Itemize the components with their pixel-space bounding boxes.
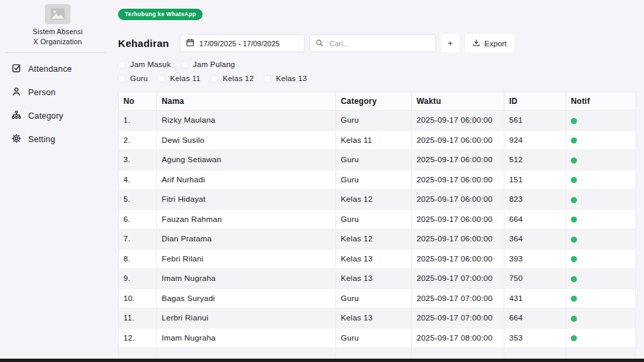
add-button[interactable]: + (441, 34, 460, 52)
filter-option[interactable]: Kelas 12 (211, 74, 254, 82)
filter-option[interactable]: Guru (118, 74, 148, 82)
sidebar-item-label: Person (28, 88, 56, 97)
cell-notif (566, 269, 636, 289)
column-header-id: ID (504, 93, 566, 111)
cell-waktu: 2025-09-17 07:00:00 (412, 308, 504, 328)
cell-notif (566, 130, 636, 150)
filters: Jam Masuk Jam Pulang Guru Kelas 11 (118, 60, 636, 83)
cell-notif (566, 288, 636, 308)
column-header-nama: Nama (157, 93, 336, 111)
notif-dot (571, 217, 577, 223)
cell-id: 393 (504, 249, 566, 269)
cell-notif (566, 308, 636, 328)
sidebar-item-person[interactable]: Person (0, 80, 115, 104)
cell-waktu: 2025-09-17 06:00:00 (412, 190, 504, 210)
cell-nama: Imam Nugraha (157, 269, 336, 289)
filter-checkbox[interactable] (211, 75, 218, 82)
filter-option[interactable]: Kelas 13 (264, 74, 307, 82)
cell-category: Kelas 12 (336, 229, 412, 249)
filter-checkbox[interactable] (118, 75, 125, 82)
sidebar-divider (5, 52, 106, 53)
logo-image-placeholder-icon (45, 4, 70, 24)
cell-no: 7. (119, 229, 157, 249)
table-row: 6. Fauzan Rahman Guru 2025-09-17 06:00:0… (119, 209, 636, 229)
sidebar-item-label: Attendance (28, 64, 72, 74)
cell-waktu: 2025-09-17 06:00:00 (412, 249, 504, 269)
filter-option[interactable]: Jam Masuk (118, 60, 171, 68)
person-icon (11, 86, 21, 99)
app-root: Sistem Absensi X Organization Attendance (0, 0, 644, 362)
sidebar-item-category[interactable]: Category (0, 104, 115, 127)
filter-checkbox[interactable] (118, 61, 125, 68)
column-header-waktu: Waktu (412, 93, 504, 111)
table-row: 5. Fitri Hidayat Kelas 12 2025-09-17 06:… (119, 190, 636, 210)
cell-category: Guru (336, 170, 412, 190)
cell-notif (566, 170, 636, 190)
filter-option[interactable]: Jam Pulang (181, 60, 235, 68)
table-header: No Nama Category Waktu ID Notif (119, 93, 636, 111)
cell-waktu: 2025-09-17 07:00:00 (412, 288, 504, 308)
table-row: 7. Dian Pratama Kelas 12 2025-09-17 06:0… (119, 229, 636, 249)
main-content: Terhubung ke WhatsApp Kehadiran 17/09/20… (115, 0, 644, 362)
cell-nama: Fitri Hidayat (157, 190, 336, 210)
cell-waktu: 2025-09-17 07:00:00 (412, 269, 504, 289)
notif-dot (571, 276, 577, 282)
cell-nama: Arif Nurhadi (157, 170, 336, 190)
column-header-no: No (119, 93, 157, 111)
cell-waktu: 2025-09-17 08:00:00 (412, 328, 504, 348)
notif-dot (571, 118, 577, 124)
search-box[interactable] (309, 34, 436, 52)
table-row: 4. Arif Nurhadi Guru 2025-09-17 06:00:00… (119, 170, 636, 190)
table-row: 10. Bagas Suryadi Guru 2025-09-17 07:00:… (119, 288, 636, 308)
cell-category: Guru (336, 328, 412, 348)
cell-notif (566, 190, 636, 210)
notif-dot (571, 316, 577, 322)
cell-id: 353 (504, 328, 566, 348)
cell-category: Kelas 11 (336, 130, 412, 150)
cell-waktu: 2025-09-17 06:00:00 (412, 170, 504, 190)
filter-row-time: Jam Masuk Jam Pulang (118, 60, 636, 69)
cell-no: 6. (119, 209, 157, 229)
cell-id: 823 (504, 190, 566, 210)
filter-checkbox[interactable] (158, 75, 165, 82)
cell-nama: Dian Pratama (157, 229, 336, 249)
cell-no: 5. (119, 190, 157, 210)
cell-notif (566, 328, 636, 348)
notif-dot (571, 296, 577, 302)
notif-dot (571, 335, 577, 341)
notif-dot (571, 197, 577, 203)
table-row: 8. Febri Rilani Kelas 13 2025-09-17 06:0… (119, 249, 636, 269)
cell-nama: Imam Nugraha (157, 328, 336, 348)
table-row: 1. Rizky Maulana Guru 2025-09-17 06:00:0… (119, 111, 636, 131)
export-button[interactable]: Export (465, 34, 514, 52)
filter-row-category: Guru Kelas 11 Kelas 12 Kelas 13 (118, 74, 636, 83)
date-range-picker[interactable]: 17/09/2025 - 17/09/2025 (180, 34, 305, 52)
cell-nama: Lerbri Rianui (157, 308, 336, 328)
cell-waktu: 2025-09-17 06:00:00 (412, 209, 504, 229)
app-title: Sistem Absensi (0, 27, 115, 37)
gear-icon (11, 133, 21, 145)
cell-nama: Agung Setiawan (157, 150, 336, 170)
search-input[interactable] (328, 39, 430, 48)
page-title: Kehadiran (118, 38, 169, 49)
cell-notif (566, 209, 636, 229)
cell-nama: Fauzan Rahman (157, 209, 336, 229)
window-bottom-edge (0, 359, 644, 362)
cell-id: 664 (504, 209, 566, 229)
cell-no: 9. (119, 269, 157, 289)
sidebar: Sistem Absensi X Organization Attendance (0, 0, 115, 362)
column-header-notif: Notif (566, 93, 636, 111)
filter-option[interactable]: Kelas 11 (158, 74, 201, 82)
cell-nama: Rizky Maulana (157, 111, 336, 131)
sidebar-item-attendance[interactable]: Attendance (0, 57, 115, 80)
cell-category: Kelas 13 (336, 269, 412, 289)
cell-id: 431 (504, 288, 566, 308)
sidebar-item-setting[interactable]: Setting (0, 127, 115, 151)
cell-waktu: 2025-09-17 06:00:00 (412, 130, 504, 150)
table-body: 1. Rizky Maulana Guru 2025-09-17 06:00:0… (119, 111, 636, 362)
filter-checkbox[interactable] (181, 61, 189, 68)
filter-label: Guru (130, 74, 148, 82)
notif-dot (571, 137, 577, 143)
filter-label: Kelas 12 (223, 74, 254, 82)
filter-checkbox[interactable] (264, 75, 271, 82)
